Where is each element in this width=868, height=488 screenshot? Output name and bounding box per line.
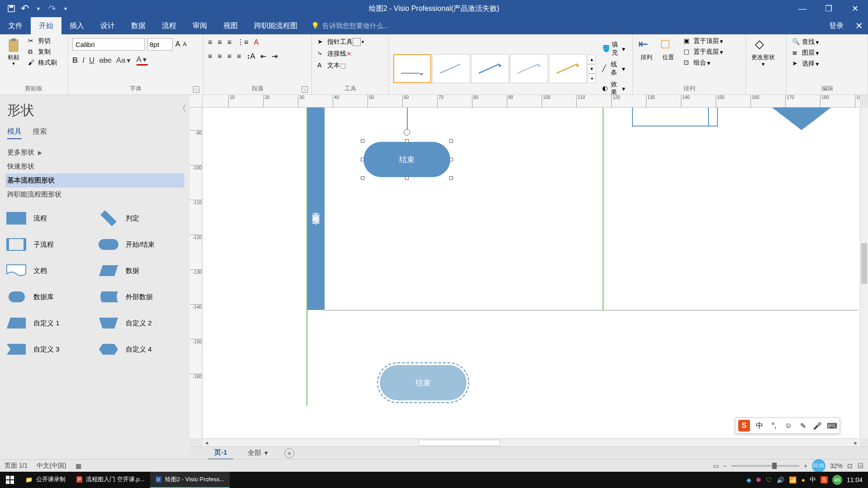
resize-handle-ne[interactable] — [449, 139, 453, 143]
tray-sogou-icon[interactable]: S — [821, 476, 828, 483]
tray-clock[interactable]: 11:04 — [847, 476, 863, 483]
collapse-panel-icon[interactable]: 〈 — [178, 103, 186, 114]
undo-icon[interactable]: ↶ — [20, 4, 30, 14]
align-left-icon[interactable]: ≡ — [208, 52, 212, 61]
tray-number-badge[interactable]: 45 — [832, 475, 842, 485]
taskbar-folder[interactable]: 📁公开课录制 — [20, 472, 71, 488]
login-button[interactable]: 登录 — [823, 17, 850, 34]
para-dialog-launcher[interactable]: ⤡ — [302, 86, 308, 93]
shape-database[interactable]: 数据库 — [5, 289, 93, 305]
gallery-down-icon[interactable]: ▼ — [588, 64, 596, 74]
basic-flowchart-item[interactable]: 基本流程图形状 — [5, 174, 184, 188]
connector-tool-button[interactable]: ⤷连接线✕ — [316, 49, 354, 59]
partial-process-shape[interactable] — [632, 108, 718, 127]
sogou-logo-icon[interactable]: S — [738, 420, 750, 432]
drawing-canvas[interactable]: 商家接单 结束 结束 — [203, 108, 860, 438]
start-button[interactable] — [0, 472, 20, 488]
shape-style-gallery[interactable]: ▲ ▼ ▾ — [393, 54, 596, 83]
shape-document[interactable]: 文档 — [5, 263, 93, 278]
cut-button[interactable]: ✂剪切 — [26, 36, 59, 46]
recording-timer-badge[interactable]: 01:01 — [812, 459, 826, 473]
increase-font-icon[interactable]: A — [175, 40, 180, 48]
strike-button[interactable]: abc — [99, 56, 111, 65]
underline-button[interactable]: U — [89, 56, 94, 65]
search-tab[interactable]: 搜索 — [33, 125, 47, 139]
ime-skin-icon[interactable]: ✎ — [798, 421, 808, 431]
resize-handle-w[interactable] — [361, 158, 364, 161]
tab-home[interactable]: 开始 — [31, 17, 61, 34]
partial-arrow-shape[interactable] — [772, 108, 831, 135]
select-button[interactable]: ➤选择▼ — [790, 59, 822, 69]
shape-startend[interactable]: 开始/结束 — [97, 237, 185, 252]
ime-toolbar[interactable]: S 中 °, ☺ ✎ 🎤 ⌨ — [735, 418, 840, 434]
tray-icon-3[interactable]: 🛡 — [766, 476, 772, 483]
page-tab-all[interactable]: 全部 ▼ — [241, 447, 275, 459]
tray-wifi-icon[interactable]: 📶 — [789, 476, 797, 483]
taskbar-ppt[interactable]: P流程图入门 空开课.p... — [71, 472, 150, 488]
hscroll-left-icon[interactable]: ◄ — [203, 440, 211, 446]
increase-indent-icon[interactable]: ⇥ — [272, 52, 278, 61]
tray-icon-6[interactable]: ● — [801, 476, 805, 483]
shape-subprocess[interactable]: 子流程 — [5, 237, 93, 252]
vertical-scrollbar[interactable] — [860, 108, 868, 438]
align-bottom-icon[interactable]: ≡ — [227, 38, 231, 47]
restore-button[interactable]: ❐ — [816, 0, 842, 17]
shape-custom1[interactable]: 自定义 1 — [5, 315, 93, 331]
taskbar-visio[interactable]: V绘图2 - Visio Profess... — [150, 472, 230, 488]
fit-width-icon[interactable]: ⮽ — [857, 462, 863, 469]
align-top-icon[interactable]: ≡ — [208, 38, 212, 47]
macro-icon[interactable]: ▦ — [75, 462, 81, 469]
italic-button[interactable]: I — [82, 56, 85, 65]
send-back-button[interactable]: ▢置于底层▼ — [682, 47, 726, 57]
style-item-4[interactable] — [510, 54, 548, 83]
gallery-up-icon[interactable]: ▲ — [588, 55, 596, 64]
position-button[interactable]: ▢位置 — [657, 36, 679, 62]
justify-icon[interactable]: ≡ — [237, 52, 241, 61]
bold-button[interactable]: B — [72, 56, 78, 65]
hscroll-thumb[interactable] — [419, 440, 500, 446]
zoom-slider[interactable] — [731, 465, 799, 467]
font-dialog-launcher[interactable]: ⤡ — [193, 86, 199, 93]
resize-handle-se[interactable] — [449, 176, 453, 180]
close-button[interactable]: ✕ — [842, 0, 868, 17]
vscroll-thumb[interactable] — [861, 243, 867, 284]
quick-shapes-item[interactable]: 快速形状 — [5, 160, 184, 174]
terminator-selected[interactable]: 结束 — [363, 142, 450, 177]
presentation-mode-icon[interactable]: ▭ — [713, 462, 719, 469]
qat-dropdown-icon[interactable]: ▼ — [61, 4, 71, 14]
zoom-knob[interactable] — [772, 463, 777, 469]
shape-extdata[interactable]: 外部数据 — [97, 289, 185, 305]
shape-custom4[interactable]: 自定义 4 — [97, 342, 185, 357]
horizontal-ruler[interactable]: 0102030405060708090100110120130140150160… — [203, 95, 860, 108]
find-button[interactable]: 🔍查找▼ — [790, 37, 822, 47]
font-name-input[interactable] — [72, 38, 145, 51]
undo-dropdown-icon[interactable]: ▼ — [33, 4, 43, 14]
tray-icon-1[interactable]: ◆ — [746, 476, 751, 483]
vertical-ruler[interactable]: -90-100-110-120-130-140-150-160 — [190, 108, 203, 438]
style-item-5[interactable] — [549, 54, 587, 83]
style-item-3[interactable] — [471, 54, 509, 83]
swimlane-label[interactable]: 商家接单 — [307, 108, 325, 310]
stencil-tab[interactable]: 模具 — [7, 125, 22, 139]
ime-voice-icon[interactable]: 🎤 — [812, 421, 822, 431]
font-color-button[interactable]: A▼ — [137, 55, 148, 66]
resize-handle-sw[interactable] — [361, 176, 364, 180]
pointer-tool-button[interactable]: ➤指针工具▼ — [316, 37, 367, 47]
save-icon[interactable] — [6, 4, 16, 14]
language-indicator[interactable]: 中文(中国) — [37, 462, 66, 470]
tab-process[interactable]: 流程 — [154, 17, 184, 34]
page-tab-1[interactable]: 页-1 — [208, 446, 233, 460]
paste-button[interactable]: 粘贴 ▼ — [3, 36, 24, 67]
shape-decision[interactable]: 判定 — [97, 211, 185, 226]
tab-crossfunc[interactable]: 跨职能流程图 — [246, 17, 306, 34]
decrease-font-icon[interactable]: A — [183, 41, 187, 47]
tray-icon-2[interactable]: ✽ — [756, 476, 761, 483]
resize-handle-e[interactable] — [449, 158, 453, 161]
format-painter-button[interactable]: 🖌格式刷 — [26, 58, 59, 68]
align-middle-icon[interactable]: ≡ — [217, 38, 222, 47]
resize-handle-s[interactable] — [405, 176, 409, 180]
tray-volume-icon[interactable]: 🔊 — [777, 476, 784, 483]
zoom-out-button[interactable]: − — [723, 462, 727, 469]
ime-emoji-icon[interactable]: ☺ — [783, 421, 793, 431]
rotate-handle-icon[interactable] — [404, 129, 410, 136]
